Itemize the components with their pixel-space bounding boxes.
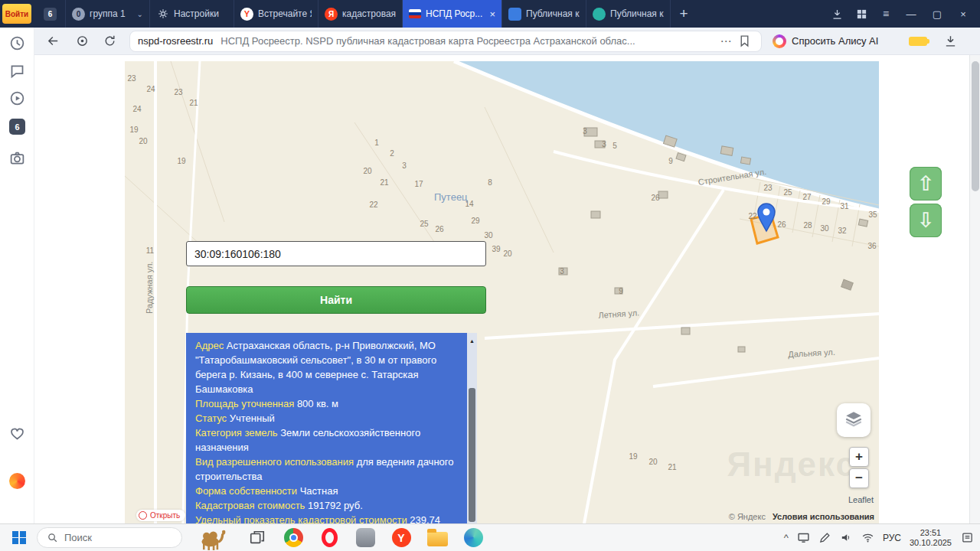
zoom-in-button[interactable]: + [849,447,869,467]
taskview-icon[interactable] [246,526,269,550]
parcel-number: 26 [435,225,443,233]
ask-alice-button[interactable]: Спросить Алису AI [773,34,878,48]
bookmark-icon[interactable] [735,32,753,51]
chevron-down-icon: ⌄ [137,10,143,18]
leaflet-attribution[interactable]: Leaflet [848,495,874,504]
info-value: Астраханская область, р-н Приволжский, М… [195,340,436,395]
tab-title: кадастровая ка... [342,8,396,19]
tabbar-controls: ≡ — ▢ × [830,0,980,28]
new-tab-button[interactable]: + [671,0,697,28]
chrome-icon[interactable] [282,526,305,550]
cadastre-search-input[interactable] [186,241,486,266]
tab-yandex-promo[interactable]: YВстречайте Ян... [234,0,318,28]
site-settings-icon[interactable] [73,32,91,51]
sidebar-alice-assistant-icon[interactable] [9,473,25,489]
tab-settings[interactable]: Настройки [150,0,234,28]
tab-title: Встречайте Ян... [258,8,312,19]
sidebar-messenger-icon[interactable] [9,63,25,79]
camel-icon[interactable] [191,526,233,550]
start-button[interactable] [8,527,31,549]
scrollbar-up-icon[interactable]: ▲ [467,334,477,348]
page-scroll-thumb[interactable] [972,61,979,191]
sidebar-screenshot-icon[interactable] [9,150,25,166]
scroll-up-button[interactable]: ⇧ [910,167,942,201]
cadastral-map[interactable]: 2324232421192019111232021172214825262930… [125,61,879,523]
parcel-number: 20 [648,458,657,466]
downloads-icon[interactable] [830,7,844,21]
scroll-down-button[interactable]: ⇩ [910,204,942,237]
info-scroll-thumb[interactable] [469,388,475,522]
network-icon[interactable] [861,531,874,544]
find-button[interactable]: Найти [186,286,486,314]
parcel-number: 31 [840,202,848,210]
parcel-number: 20 [139,137,147,145]
language-indicator[interactable]: РУС [883,533,901,543]
tab-close-icon[interactable]: × [489,8,495,20]
back-icon[interactable] [44,32,62,51]
more-icon[interactable]: ⋯ [717,32,735,51]
parcel-number: 23 [127,74,136,83]
parcel-number: 26 [777,220,786,229]
layers-button[interactable] [837,403,871,437]
sidebar-tabs-counter-icon[interactable]: 6 [9,119,25,135]
flag-ru-icon [409,9,421,18]
parcel-number: 30 [484,231,492,240]
info-row: Категория земель Земли сельскохозяйствен… [195,425,460,455]
parcel-number: 29 [471,217,479,225]
windows-logo-icon [12,531,26,545]
address-bar: nspd-rosreestr.ru НСПД Росреестр. NSPD п… [34,28,980,55]
tab-cadastre-search[interactable]: Якадастровая ка... [318,0,403,28]
sidebar-favorites-icon[interactable] [9,425,25,442]
taskbar-search-label: Поиск [64,532,92,543]
grayapp-icon[interactable] [354,526,377,550]
zoom-out-button[interactable]: − [849,468,869,488]
tab-public-map-1[interactable]: Публичная кад... [502,0,586,28]
volume-icon[interactable] [840,531,853,544]
terms-link[interactable]: Условия использования [773,512,874,521]
edge-icon[interactable] [462,526,485,550]
parcel-number: 26 [651,194,659,202]
tab-panels-icon[interactable] [854,7,868,21]
info-value: Учтенный [230,412,275,424]
tab-public-map-2[interactable]: Публичная кад... [586,0,671,28]
menu-icon[interactable]: ≡ [879,7,893,21]
refresh-icon[interactable] [100,32,119,51]
ad-open-badge[interactable]: Открыть [136,510,185,521]
download-icon[interactable] [941,32,959,51]
taskbar-search[interactable]: Поиск [37,527,182,548]
info-row: Площадь уточненная 800 кв. м [195,396,460,411]
tab-nspd-rosreestr[interactable]: НСПД Роср...× [403,0,502,28]
opera-icon[interactable] [318,526,341,550]
url-field[interactable]: nspd-rosreestr.ru НСПД Росреестр. NSPD п… [129,31,762,52]
battery-icon[interactable] [909,37,927,46]
page-title: НСПД Росреестр. NSPD публичная кадастров… [220,35,712,47]
info-scrollbar[interactable]: ▲ [467,333,477,523]
parcel-number: 19 [629,452,637,461]
sidebar-history-icon[interactable] [9,35,25,51]
place-label: Путеец [434,191,468,203]
folder-icon[interactable] [426,526,449,550]
parcel-number: 3 [602,140,606,148]
hidden-icons-chevron[interactable]: ^ [784,532,789,543]
action-center-icon[interactable] [960,531,974,545]
tab-strip: 60группа 1⌄НастройкиYВстречайте Ян...Яка… [35,0,671,28]
ad-icon [139,511,147,520]
tab-group-1[interactable]: 0группа 1⌄ [66,0,150,28]
pen-tray-icon[interactable] [818,531,831,544]
parcel-number: 2 [390,149,394,158]
parcel-number: 11 [146,246,154,255]
info-row: Статус Учтенный [195,411,460,425]
count-icon: 0 [72,8,85,21]
minimize-button[interactable]: — [903,8,919,20]
display-tray-icon[interactable] [797,531,810,544]
tray-clock[interactable]: 23:51 30.10.2025 [910,528,952,548]
yandex-icon[interactable]: Y [390,526,413,550]
maximize-button[interactable]: ▢ [929,8,945,20]
page-scrollbar[interactable] [969,55,980,523]
close-button[interactable]: × [956,8,971,20]
info-value: Частная [300,485,338,497]
sidebar-video-icon[interactable] [9,90,25,106]
system-tray: ^ РУС 23:51 30.10.2025 [784,528,980,548]
tab-pinned-6[interactable]: 6 [35,0,66,28]
login-button[interactable]: Войти [2,4,31,24]
